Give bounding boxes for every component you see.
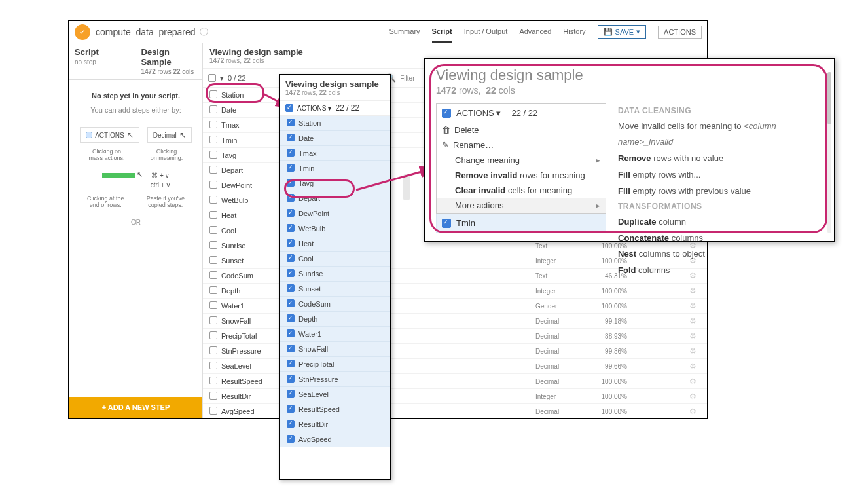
gear-icon[interactable]: ⚙ [685, 362, 700, 371]
column-checkbox[interactable] [209, 392, 217, 400]
popup2-actions-toggle[interactable]: ACTIONS ▾ [456, 108, 501, 118]
column-checkbox[interactable] [209, 166, 217, 174]
column-checkbox[interactable] [287, 254, 295, 262]
column-checkbox[interactable] [209, 331, 217, 339]
select-all-toggle[interactable]: ▾0 / 22 [208, 74, 246, 83]
column-checkbox[interactable] [209, 136, 217, 143]
column-checkbox[interactable] [209, 271, 217, 279]
sub-item-fill-empty[interactable]: Fill empty rows with... [618, 167, 823, 183]
tab-summary[interactable]: Summary [389, 21, 420, 43]
column-checkbox[interactable] [209, 105, 217, 113]
gear-icon[interactable]: ⚙ [685, 316, 700, 326]
column-checkbox[interactable] [209, 241, 217, 249]
column-checkbox[interactable] [287, 149, 295, 157]
column-checkbox[interactable] [209, 362, 217, 369]
column-row[interactable]: Depth [280, 312, 390, 327]
column-row[interactable]: Sunrise [280, 267, 390, 282]
gear-icon[interactable]: ⚙ [685, 286, 700, 295]
sub-item-concat[interactable]: Concatenate columns [618, 231, 823, 247]
column-checkbox[interactable] [209, 377, 217, 384]
column-checkbox[interactable] [287, 179, 295, 187]
gear-icon[interactable]: ⚙ [685, 392, 700, 401]
popup2-visible-column-row[interactable]: Tmin [436, 214, 606, 233]
column-checkbox[interactable] [209, 301, 217, 309]
menu-item-change-meaning[interactable]: Change meaning▸ [437, 153, 606, 168]
column-checkbox[interactable] [287, 435, 295, 443]
column-row[interactable]: ResultSpeed [280, 402, 390, 417]
popup2-select-all[interactable] [442, 109, 451, 118]
popup2-scrollbar[interactable] [827, 72, 831, 233]
tab-history[interactable]: History [563, 21, 585, 43]
column-checkbox[interactable] [209, 181, 217, 189]
column-checkbox[interactable] [209, 407, 217, 415]
column-checkbox[interactable] [287, 269, 295, 277]
column-row[interactable]: Tmax [280, 146, 390, 161]
sub-item-duplicate[interactable]: Duplicate column [618, 214, 823, 231]
save-button[interactable]: 💾SAVE▾ [598, 25, 647, 39]
column-row[interactable]: SnowFall [280, 342, 390, 357]
column-checkbox[interactable] [209, 346, 217, 354]
column-row[interactable]: Date [280, 131, 390, 146]
sub-item-move-invalid[interactable]: Move invalid cells for meaning to <colum… [618, 119, 823, 151]
menu-item-more-actions[interactable]: More actions▸ [437, 198, 606, 213]
column-row[interactable]: SeaLevel [280, 387, 390, 402]
column-checkbox[interactable] [287, 345, 295, 352]
tab-script[interactable]: Script [432, 21, 452, 43]
column-checkbox[interactable] [287, 134, 295, 141]
column-row[interactable]: PrecipTotal [280, 357, 390, 372]
gear-icon[interactable]: ⚙ [685, 407, 700, 416]
column-checkbox[interactable] [287, 164, 295, 172]
column-checkbox[interactable] [287, 194, 295, 202]
column-checkbox[interactable] [209, 211, 217, 219]
column-checkbox[interactable] [287, 375, 295, 383]
column-checkbox[interactable] [209, 226, 217, 234]
column-checkbox[interactable] [287, 209, 295, 217]
column-row[interactable]: DewPoint [280, 206, 390, 221]
column-row[interactable]: Tavg [280, 176, 390, 191]
column-row[interactable]: Heat [280, 236, 390, 252]
column-checkbox[interactable] [287, 119, 295, 126]
column-checkbox[interactable] [287, 390, 295, 398]
add-new-step-button[interactable]: + ADD A NEW STEP [69, 397, 202, 418]
panel-resize-handle[interactable] [403, 174, 410, 200]
column-row[interactable]: Cool [280, 252, 390, 267]
column-row[interactable]: WetBulb [280, 221, 390, 236]
sub-item-fold[interactable]: Fold columns [618, 263, 823, 279]
column-row[interactable]: StnPressure [280, 372, 390, 387]
menu-item-clear-invalid[interactable]: Clear invalid cells for meaning [437, 183, 606, 198]
column-checkbox[interactable] [209, 121, 217, 128]
gear-icon[interactable]: ⚙ [685, 377, 700, 386]
column-checkbox[interactable] [287, 239, 295, 247]
column-checkbox[interactable] [209, 316, 217, 324]
info-icon[interactable]: ⓘ [200, 26, 208, 38]
menu-item-delete[interactable]: 🗑Delete [437, 122, 606, 138]
popup1-actions-dropdown[interactable]: ACTIONS ▾ [297, 105, 331, 112]
filter-label[interactable]: Filter [400, 75, 414, 82]
column-row[interactable]: Sunset [280, 282, 390, 297]
column-checkbox[interactable] [209, 151, 217, 159]
column-row[interactable]: Depart [280, 191, 390, 206]
column-row[interactable]: CodeSum [280, 297, 390, 312]
column-checkbox[interactable] [287, 420, 295, 428]
column-checkbox[interactable] [287, 224, 295, 232]
column-checkbox[interactable] [287, 329, 295, 337]
sub-item-nest[interactable]: Nest columns to object [618, 246, 823, 263]
gear-icon[interactable]: ⚙ [685, 346, 700, 356]
gear-icon[interactable]: ⚙ [685, 331, 700, 341]
menu-item-rename[interactable]: ✎Rename… [437, 138, 606, 153]
column-checkbox[interactable] [209, 90, 217, 98]
sub-item-remove-novalue[interactable]: Remove rows with no value [618, 151, 823, 167]
tab-advanced[interactable]: Advanced [519, 21, 551, 43]
column-checkbox[interactable] [209, 256, 217, 264]
column-row[interactable]: Water1 [280, 327, 390, 342]
column-checkbox[interactable] [209, 196, 217, 204]
gear-icon[interactable]: ⚙ [685, 301, 700, 310]
column-checkbox[interactable] [287, 284, 295, 292]
column-row[interactable]: AvgSpeed [280, 432, 390, 447]
sub-item-fill-prev[interactable]: Fill empty rows with previous value [618, 183, 823, 200]
column-checkbox[interactable] [287, 314, 295, 322]
column-row[interactable]: ResultDir [280, 417, 390, 432]
tab-io[interactable]: Input / Output [464, 21, 508, 43]
column-row[interactable]: Tmin [280, 161, 390, 176]
actions-button[interactable]: ACTIONS [658, 26, 702, 39]
